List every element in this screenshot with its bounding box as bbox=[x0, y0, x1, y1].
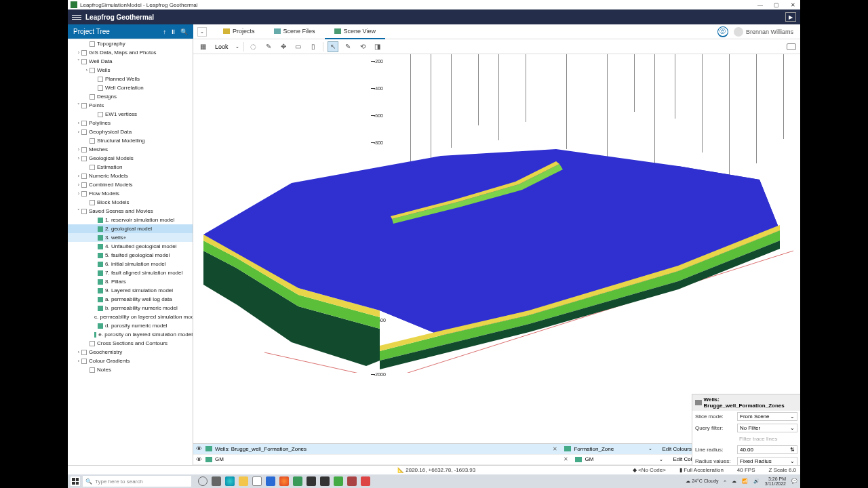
toggle-grid-icon[interactable]: ▦ bbox=[197, 41, 208, 52]
help-icon[interactable]: ⓔ bbox=[717, 26, 728, 37]
tray-cloud-icon[interactable]: ☁ bbox=[732, 479, 736, 484]
tree-item[interactable]: Notes bbox=[68, 365, 193, 374]
tray-wifi-icon[interactable]: 📶 bbox=[742, 479, 748, 484]
tree-item[interactable]: Topography bbox=[68, 39, 193, 48]
chevron-down-icon[interactable]: ⌄ bbox=[235, 44, 239, 49]
tree-item[interactable]: 1. reservoir simulation model bbox=[68, 216, 193, 224]
firefox-icon[interactable] bbox=[279, 476, 289, 486]
line-radius-input[interactable]: 40.00⇅ bbox=[737, 445, 797, 454]
tree-pause-icon[interactable]: ⏸ bbox=[170, 28, 176, 35]
tree-item[interactable]: Block Models bbox=[68, 198, 193, 207]
tree-item[interactable]: e. porosity on layered simulation model bbox=[68, 330, 193, 339]
tree-item[interactable]: ›Geochemistry bbox=[68, 348, 193, 357]
tab-projects[interactable]: Projects bbox=[214, 24, 264, 39]
taskview-icon[interactable] bbox=[212, 476, 221, 486]
rotate-icon[interactable]: ⟲ bbox=[357, 41, 368, 52]
tab-scene-view[interactable]: Scene View bbox=[325, 24, 385, 39]
tray-chevron-icon[interactable]: ^ bbox=[724, 479, 726, 484]
tray-volume-icon[interactable]: 🔊 bbox=[753, 479, 760, 484]
slice-icon[interactable]: ▯ bbox=[308, 41, 319, 52]
tree-item[interactable]: Estimation bbox=[68, 163, 193, 171]
tree-item[interactable]: ›Colour Gradients bbox=[68, 357, 193, 365]
remove-object-icon[interactable]: ✕ bbox=[549, 446, 561, 452]
edit-colours-button[interactable]: Edit Colours bbox=[658, 446, 696, 452]
tab-scene-files[interactable]: Scene Files bbox=[264, 24, 325, 39]
eraser-icon[interactable]: ◨ bbox=[372, 41, 383, 52]
clock-date[interactable]: 3/11/2022 bbox=[765, 481, 786, 486]
remove-object-icon[interactable]: ✕ bbox=[559, 456, 572, 462]
tree-item[interactable]: ˅Well Data bbox=[68, 57, 193, 66]
tree-item[interactable]: Cross Sections and Contours bbox=[68, 339, 193, 348]
taskbar-search[interactable]: 🔍 Type here to search bbox=[83, 476, 191, 487]
tree-item[interactable]: d. porosity numeric model bbox=[68, 321, 193, 330]
tree-item[interactable]: EW1 vertices bbox=[68, 110, 193, 119]
project-tree[interactable]: Topography›GIS Data, Maps and Photos˅Wel… bbox=[68, 39, 193, 465]
tree-item[interactable]: 4. Unfaulted geological model bbox=[68, 242, 193, 251]
pen-icon[interactable]: ✎ bbox=[263, 41, 274, 52]
tree-item[interactable]: Structural Modelling bbox=[68, 136, 193, 145]
lasso-icon[interactable]: ◌ bbox=[248, 41, 259, 52]
app-icon-6[interactable] bbox=[361, 476, 370, 486]
app-icon-5[interactable] bbox=[347, 476, 357, 486]
radius-values-select[interactable]: Fixed Radius⌄ bbox=[737, 457, 797, 465]
scene-canvas[interactable]: -200-400-600-800-1000-1200-1400-1600-180… bbox=[193, 54, 800, 443]
look-dropdown[interactable]: Look bbox=[212, 43, 231, 50]
slice-mode-select[interactable]: From Scene⌄ bbox=[737, 412, 797, 421]
play-icon[interactable]: ▶ bbox=[785, 12, 796, 22]
app-icon-1[interactable] bbox=[293, 476, 302, 486]
visibility-toggle[interactable]: 👁 bbox=[196, 445, 203, 452]
query-filter-select[interactable]: No Filter⌄ bbox=[737, 424, 797, 432]
start-button[interactable] bbox=[71, 476, 80, 486]
explorer-icon[interactable] bbox=[239, 476, 248, 486]
visibility-toggle[interactable]: 👁 bbox=[196, 456, 203, 463]
tree-item[interactable]: ›Geological Models bbox=[68, 154, 193, 163]
menu-icon[interactable] bbox=[72, 12, 81, 22]
tree-item[interactable]: a. permeability well log data bbox=[68, 295, 193, 304]
tree-item[interactable]: Planned Wells bbox=[68, 75, 193, 83]
maximize-button[interactable]: ▢ bbox=[772, 1, 781, 8]
edit-icon[interactable]: ✎ bbox=[342, 41, 353, 52]
user-account[interactable]: Brennan Williams bbox=[734, 27, 793, 37]
attr-dropdown-icon[interactable]: ⌄ bbox=[648, 446, 655, 451]
tree-item[interactable]: ›Geophysical Data bbox=[68, 127, 193, 136]
clock-time[interactable]: 3:26 PM bbox=[765, 476, 786, 481]
tree-item[interactable]: ›Flow Models bbox=[68, 189, 193, 198]
edge-icon[interactable] bbox=[225, 476, 235, 486]
tree-item[interactable]: ›Wells bbox=[68, 66, 193, 75]
tree-item[interactable]: b. permeability numeric model bbox=[68, 304, 193, 312]
app-icon-2[interactable] bbox=[307, 476, 316, 486]
notifications-icon[interactable]: 💬 bbox=[791, 479, 797, 484]
tree-item[interactable]: ›Polylines bbox=[68, 119, 193, 127]
tree-item[interactable]: 3. wells ⌖ bbox=[68, 233, 193, 242]
box-icon[interactable]: ▭ bbox=[293, 41, 304, 52]
app-icon-3[interactable] bbox=[320, 476, 330, 486]
camera-icon[interactable] bbox=[787, 43, 796, 50]
tree-item[interactable]: 5. faulted geological model bbox=[68, 251, 193, 260]
move-icon[interactable]: ✥ bbox=[278, 41, 289, 52]
tree-item[interactable]: 2. geological model bbox=[68, 224, 193, 233]
tree-up-icon[interactable]: ↑ bbox=[163, 28, 167, 35]
tree-item[interactable]: ˅Saved Scenes and Movies bbox=[68, 207, 193, 216]
windows-taskbar[interactable]: 🔍 Type here to search ☁ 24°C Cloudy ^ ☁ … bbox=[68, 474, 800, 488]
app-icon-4[interactable] bbox=[334, 476, 343, 486]
tree-item[interactable]: 6. initial simulation model bbox=[68, 260, 193, 268]
weather-widget[interactable]: ☁ 24°C Cloudy bbox=[686, 479, 718, 484]
tree-item[interactable]: 8. Pillars bbox=[68, 277, 193, 286]
tree-item[interactable]: 9. Layered simulation model bbox=[68, 286, 193, 295]
close-button[interactable]: ✕ bbox=[788, 1, 797, 8]
tab-dropdown-icon[interactable]: ⌄ bbox=[197, 27, 207, 37]
store-icon[interactable] bbox=[252, 476, 262, 486]
tree-item[interactable]: c. permeability on layered simulation mo… bbox=[68, 312, 193, 321]
tree-item[interactable]: ›Numeric Models bbox=[68, 171, 193, 180]
tree-item[interactable]: 7. fault aligned simulation model bbox=[68, 268, 193, 277]
tree-search-icon[interactable]: 🔍 bbox=[180, 28, 188, 35]
tree-item[interactable]: ˅Points bbox=[68, 101, 193, 110]
tree-item[interactable]: ›Meshes bbox=[68, 145, 193, 154]
tree-item[interactable]: ›Combined Models bbox=[68, 180, 193, 189]
attr-dropdown-icon[interactable]: ⌄ bbox=[659, 457, 666, 462]
cortana-icon[interactable] bbox=[198, 476, 208, 486]
select-icon[interactable]: ↖ bbox=[328, 41, 338, 52]
tree-item[interactable]: ›GIS Data, Maps and Photos bbox=[68, 48, 193, 57]
tree-item[interactable]: Well Correlation bbox=[68, 83, 193, 92]
minimize-button[interactable]: — bbox=[755, 1, 765, 8]
